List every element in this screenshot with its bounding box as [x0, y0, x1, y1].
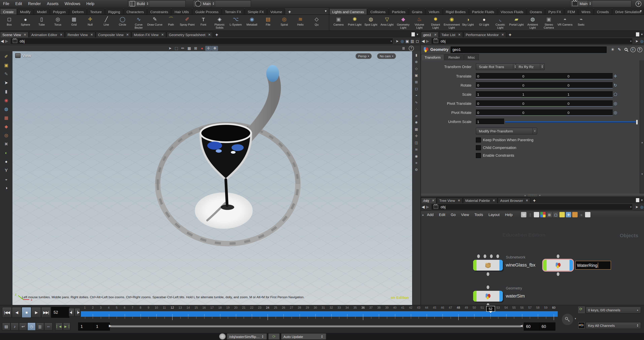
- pane-link-icon[interactable]: ⊕: [414, 59, 419, 65]
- shelf-tab-lights-and-cameras[interactable]: Lights and Cameras: [329, 8, 367, 14]
- desktop-selector[interactable]: Build ▲▼: [128, 0, 186, 7]
- display-list-icon[interactable]: ≣: [400, 46, 407, 51]
- shelf-tool-spiral[interactable]: ◎Spiral: [276, 16, 292, 29]
- lasso-select-icon[interactable]: ✏: [180, 46, 186, 51]
- forward-icon[interactable]: ▶: [426, 39, 429, 44]
- camera-select-button[interactable]: No cam▾: [377, 53, 396, 59]
- node-watersim[interactable]: [473, 291, 503, 302]
- menu-assets[interactable]: Assets: [44, 0, 62, 8]
- persp-view-button[interactable]: Persp▾: [355, 53, 372, 59]
- info-icon[interactable]: i: [630, 47, 636, 52]
- pin-tool-icon[interactable]: ◆: [2, 123, 10, 130]
- close-tab-icon[interactable]: ✕: [502, 33, 504, 36]
- back-icon[interactable]: ◀: [422, 39, 424, 44]
- radial-menu-spinner[interactable]: ▲▼: [211, 0, 216, 7]
- global-end-field[interactable]: 60: [539, 322, 555, 330]
- child-compensation-checkbox[interactable]: [476, 145, 481, 150]
- modify-pretransform-menu[interactable]: Modify Pre-Transform▼: [476, 128, 537, 134]
- viewport-3d-scene[interactable]: [12, 51, 412, 305]
- shelf-tool-volume-light[interactable]: ♨Volume Light: [412, 16, 427, 29]
- network-menu-view[interactable]: View: [458, 213, 472, 217]
- shelf-tool-path[interactable]: ⌒Path: [163, 16, 179, 29]
- param-tab-take-list[interactable]: Take List✕: [439, 32, 463, 38]
- param-tab-transform[interactable]: Transform: [421, 54, 444, 60]
- shelf-tool-helix[interactable]: ≋Helix: [292, 16, 308, 29]
- jump-start-button[interactable]: |◀◀: [2, 307, 12, 318]
- shelf-tab-modify[interactable]: Modify: [17, 8, 34, 14]
- scale-field-x[interactable]: 1: [476, 91, 522, 98]
- sphere-gray-icon[interactable]: ●: [2, 158, 10, 165]
- audio-icon[interactable]: ♪: [10, 322, 19, 330]
- network-tab-asset-browser[interactable]: Asset Browser✕: [498, 198, 530, 203]
- shelf-tool-grid[interactable]: ▦Grid: [66, 16, 82, 29]
- network-menu-add[interactable]: Add: [424, 213, 436, 217]
- update-mode-selector[interactable]: Auto Update ▲▼: [281, 333, 326, 340]
- radial-menu-selector[interactable]: Main ▲▼: [193, 0, 251, 7]
- shelf-tool-line[interactable]: ╱Line: [98, 16, 114, 29]
- param-path-field[interactable]: obj ▾: [431, 38, 633, 44]
- shelf-tab-guide-process[interactable]: Guide Process: [192, 8, 222, 14]
- shelf-tool-vr-camera[interactable]: ◓VR Camera: [557, 16, 573, 29]
- rotate-field-x[interactable]: 0: [476, 82, 522, 88]
- stow-arrow-icon[interactable]: ▲: [422, 213, 424, 216]
- shelf-tab-characters[interactable]: Characters: [124, 8, 147, 14]
- flipbook-icon[interactable]: ▥: [410, 38, 415, 44]
- pivot-translate-field-y[interactable]: 0: [521, 100, 568, 107]
- find-icon[interactable]: ○: [578, 212, 584, 217]
- container-tool-icon[interactable]: ▦: [2, 114, 10, 121]
- node-input-connector[interactable]: [477, 254, 480, 258]
- shelf-tool-draw-curve[interactable]: ✎Draw Curve: [147, 16, 163, 29]
- target-icon[interactable]: ◎: [400, 38, 405, 44]
- close-tab-icon[interactable]: ✕: [458, 33, 461, 36]
- stop-button[interactable]: ■: [22, 307, 31, 318]
- prev-key-button[interactable]: ▏◀: [55, 322, 63, 330]
- node-input-connector[interactable]: [484, 254, 486, 258]
- param-tab-render[interactable]: Render: [445, 54, 464, 60]
- node-output-connector[interactable]: [486, 303, 489, 305]
- menu-edit[interactable]: Edit: [12, 0, 25, 8]
- shelf-tool-circle[interactable]: ◯Circle: [114, 16, 130, 29]
- pivot-translate-field-z[interactable]: 0: [566, 100, 613, 107]
- forward-icon[interactable]: ▶: [426, 204, 429, 209]
- node-wineglass-fbx[interactable]: [473, 260, 503, 270]
- viewport-help-icon[interactable]: ?: [409, 46, 414, 51]
- take-spinner[interactable]: ▲▼: [588, 0, 592, 7]
- shelf-overflow-icon-right[interactable]: ▼: [639, 10, 642, 13]
- shelf-tab-deform[interactable]: Deform: [69, 8, 87, 14]
- sticky-note-icon[interactable]: [560, 212, 565, 217]
- show-handles-icon[interactable]: ✛: [205, 46, 212, 51]
- channels-refresh-icon[interactable]: ⟳: [578, 307, 585, 313]
- scale-field-y[interactable]: 1: [521, 91, 568, 98]
- jump-end-button[interactable]: ▶▶|: [41, 307, 51, 318]
- shelf-tab-wires[interactable]: Wires: [578, 8, 594, 14]
- bowl-tool-icon[interactable]: ◒: [2, 175, 10, 183]
- pivot-rotate-field-z[interactable]: 0: [566, 109, 613, 116]
- shelf-tool-l-system[interactable]: ⌥L-System: [228, 16, 244, 29]
- uniform-scale-handle[interactable]: [636, 120, 638, 125]
- scene-path-field[interactable]: obj ▾: [10, 38, 393, 44]
- shelf-tab-rigid-bodies[interactable]: Rigid Bodies: [443, 8, 468, 14]
- rotate-handle-icon[interactable]: ↻: [614, 83, 617, 88]
- pane-maximize-icon[interactable]: [412, 32, 415, 36]
- translate-field-z[interactable]: 0: [566, 73, 613, 79]
- shelf-tool-sphere[interactable]: ●Sphere: [18, 16, 33, 29]
- shelf-tab-collisions[interactable]: Collisions: [367, 8, 388, 14]
- pivot-rotate-field-y[interactable]: 0: [521, 109, 568, 116]
- multi-snap-icon[interactable]: ⊞: [192, 46, 199, 51]
- pivot-rotate-icon[interactable]: ◎: [614, 110, 617, 115]
- range-end-field[interactable]: 60: [524, 322, 540, 330]
- tablet-pen-icon[interactable]: ✐: [2, 52, 10, 60]
- channel-graph-icon[interactable]: [578, 322, 585, 328]
- shelf-tool-distant-light[interactable]: ✹Distant Light: [428, 16, 444, 29]
- info-rail-icon[interactable]: ≡: [414, 160, 419, 166]
- node-input-connector[interactable]: [496, 254, 499, 258]
- shelf-tool-torus[interactable]: ◎Torus: [50, 16, 66, 29]
- shelf-tab-simple-fx[interactable]: Simple FX: [245, 8, 267, 14]
- close-tab-icon[interactable]: ✕: [126, 33, 129, 36]
- pin-icon[interactable]: ➤: [634, 38, 639, 44]
- global-start-field[interactable]: 1: [78, 322, 94, 330]
- close-tab-icon[interactable]: ✕: [161, 33, 164, 36]
- shelf-tool-geometry-light[interactable]: ◆Geometry Light: [395, 16, 411, 29]
- param-help-icon[interactable]: ?: [637, 47, 642, 52]
- node-name-field[interactable]: geo1: [450, 46, 606, 53]
